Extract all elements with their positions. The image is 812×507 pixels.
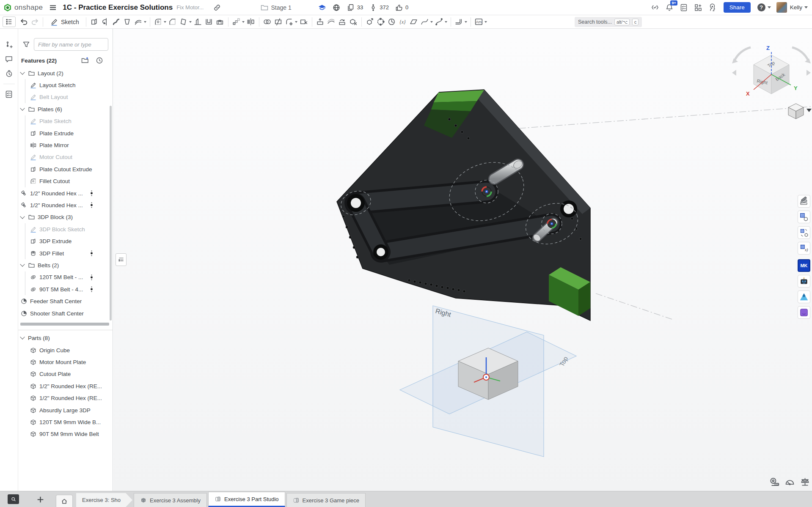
feature-tree-scrollbar[interactable] [110,106,112,321]
add-folder-icon[interactable] [81,56,89,65]
feature-row[interactable]: 3DP Block Sketch [18,223,113,235]
chevron-down-icon[interactable] [20,106,25,111]
motor-mount-plate-model[interactable] [337,90,590,321]
feature-row[interactable]: 90T 5M Belt - 4... [18,283,113,295]
redo-button[interactable] [29,16,40,27]
helix-button[interactable] [386,16,397,27]
sheet-metal-button[interactable] [454,16,465,27]
feature-dialog-flyout-handle[interactable] [116,253,127,266]
rollback-bar[interactable] [20,323,109,326]
sheet-metal-dropdown-caret-icon[interactable] [465,21,467,23]
changes-stat[interactable]: 372 [369,3,389,12]
purple-app-button[interactable] [798,306,810,319]
split-button[interactable] [273,16,284,27]
follow-tasks-button[interactable] [3,88,15,100]
feature-row[interactable]: Layout Sketch [18,79,113,91]
mirror-button[interactable] [245,16,256,27]
history-button[interactable] [3,68,15,79]
part-row[interactable]: 120T 5M 9mm Wide B... [18,416,113,428]
onshape-logo[interactable] [3,3,12,12]
feature-row[interactable]: Plate Sketch [18,115,113,127]
triangle-app-button[interactable] [798,290,810,303]
learning-center-icon[interactable] [708,3,717,12]
custom-app-grid-cube-button[interactable] [798,211,810,223]
mk-app-button[interactable]: MK [798,259,810,272]
featurescript-check-icon[interactable] [651,3,659,12]
feature-row[interactable]: Fillet Cutout [18,175,113,187]
draft-dropdown-caret-icon[interactable] [189,21,192,23]
move-face-button[interactable] [315,16,326,27]
public-globe-icon[interactable] [332,3,341,12]
feature-row[interactable]: Belt Layout [18,91,113,103]
share-button[interactable]: Share [724,2,751,13]
plane-button[interactable] [408,16,419,27]
custom-app-grid-script-button[interactable]: x) [798,242,810,255]
feature-folder-row[interactable]: Belts (2) [18,259,113,271]
feature-row[interactable]: Shooter Shaft Center [18,307,113,319]
likes-stat[interactable]: 0 [395,3,408,12]
help-icon[interactable]: ? [757,3,765,11]
comments-button[interactable] [3,53,15,65]
thicken-dropdown-caret-icon[interactable] [144,21,146,23]
spline-button[interactable] [434,16,445,27]
thicken-button[interactable] [133,16,144,27]
part-row[interactable]: Absurdly Large 3DP [18,404,113,416]
appearance-panel-button[interactable] [798,195,810,208]
part-row[interactable]: Cutout Plate [18,368,113,380]
feature-folder-row[interactable]: Layout (2) [18,67,113,79]
copies-stat[interactable]: 33 [347,3,363,12]
feature-status-dots-icon[interactable] [90,202,93,208]
help-caret-icon[interactable] [768,6,771,8]
shell-button[interactable] [204,16,215,27]
custom-app-grid-rotate-button[interactable] [798,226,810,239]
undo-button[interactable] [18,16,29,27]
replace-face-button[interactable] [337,16,348,27]
curve-dropdown-caret-icon[interactable] [430,21,433,23]
feature-row[interactable]: Plate Cutout Extrude [18,163,113,175]
robot-app-button[interactable] [798,275,810,288]
tape-measure-button[interactable] [769,477,780,488]
variable-button[interactable]: {x} [397,16,408,27]
feature-row[interactable]: 3DP Fillet [18,247,113,259]
delete-part-button[interactable] [348,16,359,27]
modify-fillet-dropdown-caret-icon[interactable] [295,21,297,23]
curve-button[interactable] [419,16,430,27]
fillet-dropdown-caret-icon[interactable] [164,21,166,23]
spline-dropdown-caret-icon[interactable] [445,21,447,23]
graphics-viewport[interactable]: Right Top [113,29,812,491]
3d-scene[interactable]: Right Top [113,29,812,491]
sweep-button[interactable] [111,16,122,27]
circular-pattern-button[interactable] [375,16,386,27]
offset-surface-button[interactable] [326,16,337,27]
feature-row[interactable]: 120T 5M Belt - ... [18,271,113,283]
feature-folder-row[interactable]: 3DP Block (3) [18,211,113,223]
feature-list-toggle-button[interactable] [3,16,16,27]
custom-feature-am-button[interactable]: Am [473,16,484,27]
education-icon[interactable] [318,3,326,12]
mate-connector-shooter[interactable] [548,219,556,228]
search-tabs-button[interactable] [8,494,19,504]
feature-status-dots-icon[interactable] [90,250,93,257]
part-row[interactable]: 1/2" Rounded Hex (RE... [18,380,113,392]
search-tools[interactable]: Search tools... alt/⌥ c [575,17,642,27]
linear-pattern-dropdown-caret-icon[interactable] [242,21,245,23]
part-row[interactable]: 90T 5M 9mm Wide Belt [18,428,113,440]
delete-face-button[interactable] [298,16,309,27]
feature-row[interactable]: Plate Mirror [18,139,113,151]
feature-row[interactable]: 1/2" Rounded Hex ... [18,199,113,211]
feature-row[interactable]: Motor Cutout [18,151,113,163]
draft-button[interactable] [178,16,189,27]
mate-connector-feeder[interactable] [482,187,491,196]
feature-folder-row[interactable]: Plates (6) [18,103,113,115]
parts-header[interactable]: Parts (8) [18,332,113,343]
filter-input[interactable] [34,38,108,51]
feature-row[interactable]: Feeder Shaft Center [18,295,113,307]
boolean-button[interactable] [262,16,273,27]
feature-row[interactable]: 1/2" Rounded Hex ... [18,187,113,199]
feature-row[interactable]: 3DP Extrude [18,235,113,247]
modify-fillet-button[interactable] [284,16,295,27]
revolve-button[interactable] [100,16,111,27]
home-tab-button[interactable] [56,495,73,507]
rib-button[interactable] [193,16,204,27]
filter-funnel-icon[interactable] [22,40,30,49]
